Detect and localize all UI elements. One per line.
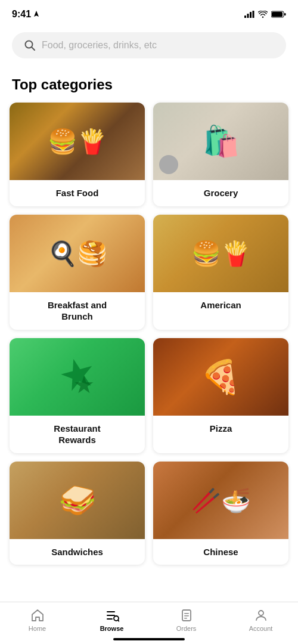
category-label-sandwich: Sandwiches [10,539,145,565]
signal-icon [244,11,254,18]
tab-browse-label: Browse [100,625,124,632]
svg-rect-2 [250,12,252,18]
category-card-sandwich[interactable]: Sandwiches [10,462,145,565]
search-bar[interactable]: Food, groceries, drinks, etc [12,32,286,58]
tab-account[interactable]: Account [224,608,298,632]
account-icon [254,608,268,623]
category-label-chinese: Chinese [153,539,288,565]
time-display: 9:41 [12,9,31,20]
category-label-american: American [153,292,288,318]
category-label-breakfast: Breakfast andBrunch [10,292,145,330]
status-icons [244,11,286,18]
status-bar: 9:41 [0,0,298,26]
category-image-breakfast [10,215,145,292]
category-image-fast-food [10,103,145,180]
tab-orders-label: Orders [176,625,197,632]
category-image-pizza [153,338,288,416]
svg-rect-16 [184,615,189,617]
svg-rect-10 [107,615,115,616]
svg-point-18 [259,611,263,615]
category-card-breakfast[interactable]: Breakfast andBrunch [10,215,145,330]
wifi-icon [258,11,268,18]
tab-account-label: Account [249,625,273,632]
category-image-rewards [10,338,145,416]
svg-rect-3 [253,11,254,18]
home-icon [30,608,45,623]
grocery-circle [159,155,178,174]
svg-line-13 [118,620,119,621]
tab-home[interactable]: Home [0,608,74,632]
orders-icon [179,608,194,623]
svg-rect-15 [184,613,189,614]
search-container: Food, groceries, drinks, etc [0,26,298,70]
category-label-fast-food: Fast Food [10,180,145,206]
category-card-pizza[interactable]: Pizza [153,338,288,453]
tab-browse[interactable]: Browse [74,608,149,632]
svg-rect-6 [284,13,286,16]
svg-rect-9 [107,611,115,612]
category-card-chinese[interactable]: Chinese [153,462,288,565]
home-indicator [113,638,185,640]
category-card-fast-food[interactable]: Fast Food [10,103,145,206]
battery-icon [271,11,286,18]
category-card-grocery[interactable]: Grocery [153,103,288,206]
status-time: 9:41 [12,9,39,20]
category-label-grocery: Grocery [153,180,288,206]
svg-rect-1 [247,14,249,18]
svg-rect-17 [184,618,187,619]
svg-rect-5 [272,12,283,17]
search-placeholder: Food, groceries, drinks, etc [42,40,274,51]
location-arrow-icon [33,11,39,18]
category-image-grocery [153,103,288,180]
category-image-sandwich [10,462,145,539]
category-image-chinese [153,462,288,539]
category-label-pizza: Pizza [153,416,288,442]
browse-icon [105,608,119,623]
category-label-rewards: RestaurantRewards [10,416,145,453]
category-card-rewards[interactable]: RestaurantRewards [10,338,145,453]
category-image-american [153,215,288,292]
svg-rect-11 [107,618,113,620]
section-title: Top categories [0,70,298,103]
category-card-american[interactable]: American [153,215,288,330]
svg-line-8 [32,47,35,50]
svg-rect-0 [244,16,246,18]
search-icon [24,39,36,51]
tab-home-label: Home [29,625,46,632]
categories-grid: Fast Food Grocery Breakfast andBrunch Am… [0,103,298,624]
tab-orders[interactable]: Orders [149,608,224,632]
